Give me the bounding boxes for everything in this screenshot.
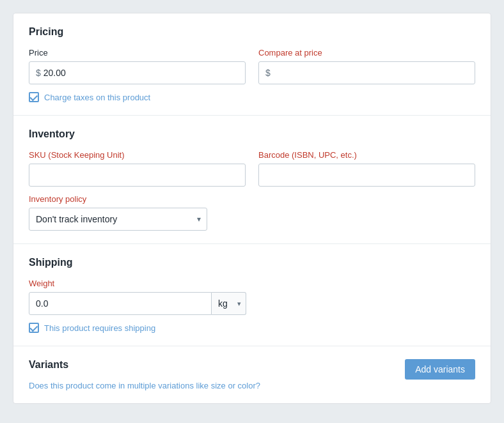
charge-taxes-label: Charge taxes on this product xyxy=(44,93,150,102)
compare-price-group: Compare at price $ xyxy=(258,48,475,84)
inventory-policy-label: Inventory policy xyxy=(29,194,475,204)
barcode-group: Barcode (ISBN, UPC, etc.) xyxy=(258,150,475,187)
inventory-section: Inventory SKU (Stock Keeping Unit) Barco… xyxy=(13,116,491,244)
price-input[interactable] xyxy=(43,68,239,78)
sku-input[interactable] xyxy=(29,164,246,187)
barcode-input[interactable] xyxy=(258,164,475,187)
weight-row: kg lb oz g ▾ xyxy=(29,292,246,315)
weight-group: Weight kg lb oz g ▾ xyxy=(29,279,246,315)
inventory-row: SKU (Stock Keeping Unit) Barcode (ISBN, … xyxy=(29,150,475,187)
variants-section: Variants Does this product come in multi… xyxy=(13,346,491,403)
compare-price-input-wrapper[interactable]: $ xyxy=(258,61,475,84)
requires-shipping-label: This product requires shipping xyxy=(44,323,155,333)
pricing-section: Pricing Price $ Compare at price $ xyxy=(13,13,491,116)
price-input-wrapper[interactable]: $ xyxy=(29,61,246,84)
weight-label: Weight xyxy=(29,279,246,288)
inventory-policy-select-wrapper[interactable]: Don't track inventory Shopify tracks thi… xyxy=(29,208,207,231)
price-label: Price xyxy=(29,48,246,58)
shipping-section: Shipping Weight kg lb oz g ▾ xyxy=(13,244,491,346)
variants-subtitle: Does this product come in multiple varia… xyxy=(29,381,405,390)
inventory-title: Inventory xyxy=(29,128,475,140)
requires-shipping-row: This product requires shipping xyxy=(29,323,475,333)
compare-price-label: Compare at price xyxy=(258,48,475,58)
main-card: Pricing Price $ Compare at price $ xyxy=(13,13,491,404)
requires-shipping-checkbox-wrapper[interactable] xyxy=(29,323,39,333)
barcode-label: Barcode (ISBN, UPC, etc.) xyxy=(258,150,475,160)
sku-label: SKU (Stock Keeping Unit) xyxy=(29,150,246,160)
variants-title: Variants xyxy=(29,359,405,371)
inventory-policy-select[interactable]: Don't track inventory Shopify tracks thi… xyxy=(29,208,207,231)
weight-unit-select-wrapper[interactable]: kg lb oz g ▾ xyxy=(212,292,246,315)
add-variants-button[interactable]: Add variants xyxy=(405,359,475,380)
sku-group: SKU (Stock Keeping Unit) xyxy=(29,150,246,187)
inventory-policy-group: Inventory policy Don't track inventory S… xyxy=(29,194,475,231)
compare-price-input[interactable] xyxy=(273,68,468,78)
price-group: Price $ xyxy=(29,48,246,84)
weight-unit-select[interactable]: kg lb oz g xyxy=(212,292,246,315)
weight-input-wrapper[interactable] xyxy=(29,292,212,315)
pricing-row: Price $ Compare at price $ xyxy=(29,48,475,84)
variants-left: Variants Does this product come in multi… xyxy=(29,359,405,390)
charge-taxes-checkbox-wrapper[interactable] xyxy=(29,92,39,102)
pricing-title: Pricing xyxy=(29,26,475,38)
weight-input[interactable] xyxy=(36,298,205,309)
shipping-title: Shipping xyxy=(29,257,475,268)
price-currency-symbol: $ xyxy=(36,68,41,78)
compare-currency-symbol: $ xyxy=(265,68,271,78)
charge-taxes-row: Charge taxes on this product xyxy=(29,92,475,102)
